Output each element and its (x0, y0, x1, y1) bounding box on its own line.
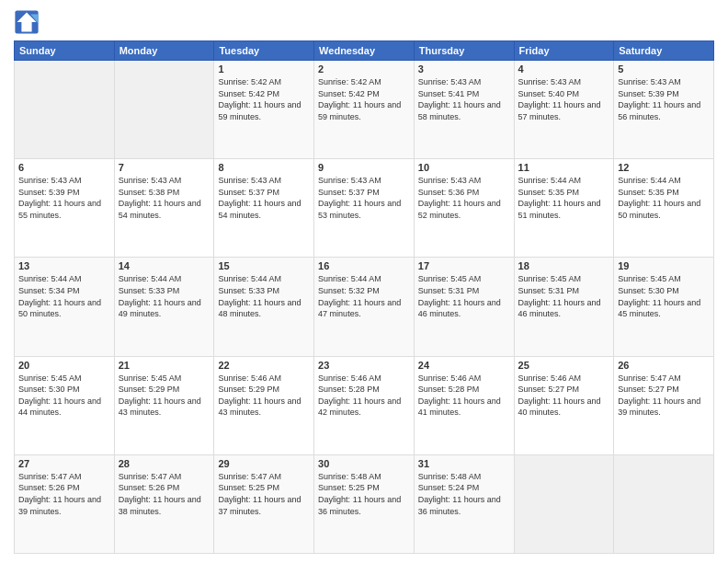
day-number: 15 (218, 260, 310, 271)
day-number: 8 (218, 162, 310, 173)
day-info: Sunrise: 5:44 AM Sunset: 5:33 PM Dayligh… (218, 273, 310, 319)
day-number: 11 (518, 162, 610, 173)
day-cell: 21Sunrise: 5:45 AM Sunset: 5:29 PM Dayli… (114, 356, 214, 454)
day-cell: 22Sunrise: 5:46 AM Sunset: 5:29 PM Dayli… (214, 356, 314, 454)
day-info: Sunrise: 5:44 AM Sunset: 5:35 PM Dayligh… (618, 175, 710, 221)
header (14, 9, 714, 35)
day-cell: 14Sunrise: 5:44 AM Sunset: 5:33 PM Dayli… (114, 258, 214, 356)
day-number: 4 (518, 63, 610, 75)
day-info: Sunrise: 5:44 AM Sunset: 5:34 PM Dayligh… (18, 273, 110, 319)
logo (14, 9, 43, 35)
day-info: Sunrise: 5:43 AM Sunset: 5:40 PM Dayligh… (518, 76, 610, 122)
day-info: Sunrise: 5:47 AM Sunset: 5:26 PM Dayligh… (119, 471, 210, 517)
day-cell: 7Sunrise: 5:43 AM Sunset: 5:38 PM Daylig… (114, 159, 214, 258)
day-cell: 31Sunrise: 5:48 AM Sunset: 5:24 PM Dayli… (414, 454, 514, 553)
day-cell: 18Sunrise: 5:45 AM Sunset: 5:31 PM Dayli… (514, 258, 614, 356)
day-cell (514, 454, 614, 553)
day-info: Sunrise: 5:43 AM Sunset: 5:37 PM Dayligh… (318, 175, 410, 221)
day-info: Sunrise: 5:43 AM Sunset: 5:37 PM Dayligh… (218, 175, 310, 221)
logo-icon (14, 9, 40, 35)
day-number: 19 (618, 260, 710, 271)
day-cell: 20Sunrise: 5:45 AM Sunset: 5:30 PM Dayli… (15, 356, 115, 454)
day-info: Sunrise: 5:48 AM Sunset: 5:24 PM Dayligh… (418, 471, 510, 517)
day-number: 10 (418, 162, 510, 173)
day-header-wednesday: Wednesday (314, 41, 415, 61)
day-number: 2 (318, 63, 410, 75)
day-cell: 11Sunrise: 5:44 AM Sunset: 5:35 PM Dayli… (514, 159, 614, 258)
day-header-sunday: Sunday (15, 41, 115, 61)
day-cell: 8Sunrise: 5:43 AM Sunset: 5:37 PM Daylig… (214, 159, 314, 258)
day-header-friday: Friday (514, 41, 614, 61)
day-cell: 26Sunrise: 5:47 AM Sunset: 5:27 PM Dayli… (614, 356, 714, 454)
day-cell: 1Sunrise: 5:42 AM Sunset: 5:42 PM Daylig… (214, 61, 314, 159)
day-info: Sunrise: 5:47 AM Sunset: 5:25 PM Dayligh… (218, 471, 310, 517)
day-cell: 28Sunrise: 5:47 AM Sunset: 5:26 PM Dayli… (114, 454, 214, 553)
day-info: Sunrise: 5:45 AM Sunset: 5:31 PM Dayligh… (518, 273, 610, 319)
week-row-3: 13Sunrise: 5:44 AM Sunset: 5:34 PM Dayli… (15, 258, 714, 356)
day-number: 7 (119, 162, 210, 173)
week-row-1: 1Sunrise: 5:42 AM Sunset: 5:42 PM Daylig… (15, 61, 714, 159)
day-info: Sunrise: 5:44 AM Sunset: 5:35 PM Dayligh… (518, 175, 610, 221)
day-cell: 23Sunrise: 5:46 AM Sunset: 5:28 PM Dayli… (314, 356, 415, 454)
day-header-thursday: Thursday (414, 41, 514, 61)
week-row-2: 6Sunrise: 5:43 AM Sunset: 5:39 PM Daylig… (15, 159, 714, 258)
day-info: Sunrise: 5:45 AM Sunset: 5:29 PM Dayligh… (119, 373, 210, 419)
day-number: 27 (18, 458, 110, 469)
day-number: 12 (618, 162, 710, 173)
day-info: Sunrise: 5:43 AM Sunset: 5:41 PM Dayligh… (418, 76, 510, 122)
day-number: 23 (318, 360, 410, 371)
day-cell: 27Sunrise: 5:47 AM Sunset: 5:26 PM Dayli… (15, 454, 115, 553)
day-number: 17 (418, 260, 510, 271)
day-cell (614, 454, 714, 553)
week-row-5: 27Sunrise: 5:47 AM Sunset: 5:26 PM Dayli… (15, 454, 714, 553)
day-cell: 3Sunrise: 5:43 AM Sunset: 5:41 PM Daylig… (414, 61, 514, 159)
day-info: Sunrise: 5:46 AM Sunset: 5:28 PM Dayligh… (318, 373, 410, 419)
day-number: 18 (518, 260, 610, 271)
day-info: Sunrise: 5:43 AM Sunset: 5:38 PM Dayligh… (119, 175, 210, 221)
day-number: 24 (418, 360, 510, 371)
day-number: 5 (618, 63, 710, 75)
calendar-table: SundayMondayTuesdayWednesdayThursdayFrid… (14, 40, 714, 554)
day-number: 6 (18, 162, 110, 173)
day-cell: 25Sunrise: 5:46 AM Sunset: 5:27 PM Dayli… (514, 356, 614, 454)
day-info: Sunrise: 5:46 AM Sunset: 5:29 PM Dayligh… (218, 373, 310, 419)
day-info: Sunrise: 5:43 AM Sunset: 5:39 PM Dayligh… (618, 76, 710, 122)
day-cell: 17Sunrise: 5:45 AM Sunset: 5:31 PM Dayli… (414, 258, 514, 356)
day-cell: 5Sunrise: 5:43 AM Sunset: 5:39 PM Daylig… (614, 61, 714, 159)
day-info: Sunrise: 5:46 AM Sunset: 5:27 PM Dayligh… (518, 373, 610, 419)
day-number: 29 (218, 458, 310, 469)
day-cell: 19Sunrise: 5:45 AM Sunset: 5:30 PM Dayli… (614, 258, 714, 356)
day-cell (114, 61, 214, 159)
day-info: Sunrise: 5:48 AM Sunset: 5:25 PM Dayligh… (318, 471, 410, 517)
day-cell (15, 61, 115, 159)
day-number: 16 (318, 260, 410, 271)
day-info: Sunrise: 5:42 AM Sunset: 5:42 PM Dayligh… (218, 76, 310, 122)
day-info: Sunrise: 5:46 AM Sunset: 5:28 PM Dayligh… (418, 373, 510, 419)
day-number: 14 (119, 260, 210, 271)
day-cell: 9Sunrise: 5:43 AM Sunset: 5:37 PM Daylig… (314, 159, 415, 258)
day-number: 3 (418, 63, 510, 75)
day-info: Sunrise: 5:45 AM Sunset: 5:30 PM Dayligh… (618, 273, 710, 319)
day-info: Sunrise: 5:44 AM Sunset: 5:32 PM Dayligh… (318, 273, 410, 319)
week-row-4: 20Sunrise: 5:45 AM Sunset: 5:30 PM Dayli… (15, 356, 714, 454)
day-number: 13 (18, 260, 110, 271)
day-cell: 30Sunrise: 5:48 AM Sunset: 5:25 PM Dayli… (314, 454, 415, 553)
day-cell: 6Sunrise: 5:43 AM Sunset: 5:39 PM Daylig… (15, 159, 115, 258)
day-cell: 24Sunrise: 5:46 AM Sunset: 5:28 PM Dayli… (414, 356, 514, 454)
day-info: Sunrise: 5:47 AM Sunset: 5:27 PM Dayligh… (618, 373, 710, 419)
day-header-monday: Monday (114, 41, 214, 61)
day-info: Sunrise: 5:47 AM Sunset: 5:26 PM Dayligh… (18, 471, 110, 517)
calendar-header-row: SundayMondayTuesdayWednesdayThursdayFrid… (15, 41, 714, 61)
day-number: 25 (518, 360, 610, 371)
day-number: 21 (119, 360, 210, 371)
day-cell: 12Sunrise: 5:44 AM Sunset: 5:35 PM Dayli… (614, 159, 714, 258)
day-info: Sunrise: 5:43 AM Sunset: 5:36 PM Dayligh… (418, 175, 510, 221)
day-header-saturday: Saturday (614, 41, 714, 61)
day-info: Sunrise: 5:45 AM Sunset: 5:30 PM Dayligh… (18, 373, 110, 419)
day-cell: 15Sunrise: 5:44 AM Sunset: 5:33 PM Dayli… (214, 258, 314, 356)
day-cell: 10Sunrise: 5:43 AM Sunset: 5:36 PM Dayli… (414, 159, 514, 258)
day-info: Sunrise: 5:43 AM Sunset: 5:39 PM Dayligh… (18, 175, 110, 221)
day-number: 31 (418, 458, 510, 469)
day-cell: 16Sunrise: 5:44 AM Sunset: 5:32 PM Dayli… (314, 258, 415, 356)
page: SundayMondayTuesdayWednesdayThursdayFrid… (0, 0, 728, 563)
